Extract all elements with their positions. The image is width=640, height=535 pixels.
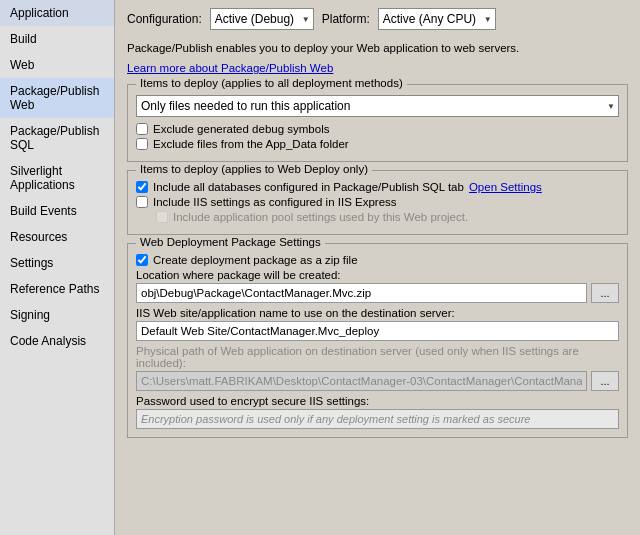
deploy-files-select-wrapper[interactable]: Only files needed to run this applicatio… <box>136 95 619 117</box>
intro-section: Package/Publish enables you to deploy yo… <box>127 40 628 76</box>
deploy-web-title: Items to deploy (applies to Web Deploy o… <box>136 163 372 175</box>
create-zip-label: Create deployment package as a zip file <box>153 254 358 266</box>
package-settings-title: Web Deployment Package Settings <box>136 236 325 248</box>
physical-input[interactable] <box>136 371 587 391</box>
platform-label: Platform: <box>322 12 370 26</box>
configuration-select-wrapper[interactable]: Active (Debug) Debug Release <box>210 8 314 30</box>
open-settings-link[interactable]: Open Settings <box>469 181 542 193</box>
sidebar-item-build[interactable]: Build <box>0 26 114 52</box>
iis-label: IIS Web site/application name to use on … <box>136 307 619 319</box>
sidebar-item-silverlight[interactable]: Silverlight Applications <box>0 158 114 198</box>
sidebar-item-package-publish-web[interactable]: Package/Publish Web <box>0 78 114 118</box>
location-label: Location where package will be created: <box>136 269 619 281</box>
sidebar-item-web[interactable]: Web <box>0 52 114 78</box>
main-content: Configuration: Active (Debug) Debug Rele… <box>115 0 640 535</box>
physical-label: Physical path of Web application on dest… <box>136 345 619 369</box>
exclude-debug-label: Exclude generated debug symbols <box>153 123 329 135</box>
physical-browse-button[interactable]: ... <box>591 371 619 391</box>
include-iis-label: Include IIS settings as configured in II… <box>153 196 397 208</box>
exclude-debug-checkbox[interactable] <box>136 123 148 135</box>
exclude-app-data-checkbox[interactable] <box>136 138 148 150</box>
deploy-files-select[interactable]: Only files needed to run this applicatio… <box>136 95 619 117</box>
location-input[interactable] <box>136 283 587 303</box>
exclude-app-data-row: Exclude files from the App_Data folder <box>136 138 619 150</box>
location-input-row: ... <box>136 283 619 303</box>
sidebar-item-settings[interactable]: Settings <box>0 250 114 276</box>
sidebar-item-code-analysis[interactable]: Code Analysis <box>0 328 114 354</box>
deploy-all-dropdown-row: Only files needed to run this applicatio… <box>136 95 619 117</box>
sidebar-item-signing[interactable]: Signing <box>0 302 114 328</box>
sidebar-item-application[interactable]: Application <box>0 0 114 26</box>
deploy-all-group: Items to deploy (applies to all deployme… <box>127 84 628 162</box>
intro-text: Package/Publish enables you to deploy yo… <box>127 40 628 56</box>
create-zip-row: Create deployment package as a zip file <box>136 254 619 266</box>
sidebar-item-reference-paths[interactable]: Reference Paths <box>0 276 114 302</box>
password-placeholder: Encryption password is used only if any … <box>136 409 619 429</box>
sidebar: Application Build Web Package/Publish We… <box>0 0 115 535</box>
intro-link[interactable]: Learn more about Package/Publish Web <box>127 60 628 76</box>
platform-select[interactable]: Active (Any CPU) Any CPU x86 x64 <box>378 8 496 30</box>
include-iis-row: Include IIS settings as configured in II… <box>136 196 619 208</box>
configuration-label: Configuration: <box>127 12 202 26</box>
top-bar: Configuration: Active (Debug) Debug Rele… <box>127 8 628 30</box>
physical-input-row: ... <box>136 371 619 391</box>
deploy-web-group: Items to deploy (applies to Web Deploy o… <box>127 170 628 235</box>
exclude-app-data-label: Exclude files from the App_Data folder <box>153 138 349 150</box>
location-browse-button[interactable]: ... <box>591 283 619 303</box>
sidebar-item-resources[interactable]: Resources <box>0 224 114 250</box>
include-databases-label: Include all databases configured in Pack… <box>153 181 464 193</box>
deploy-all-title: Items to deploy (applies to all deployme… <box>136 77 407 89</box>
create-zip-checkbox[interactable] <box>136 254 148 266</box>
configuration-select[interactable]: Active (Debug) Debug Release <box>210 8 314 30</box>
exclude-debug-row: Exclude generated debug symbols <box>136 123 619 135</box>
include-pool-checkbox[interactable] <box>156 211 168 223</box>
iis-input[interactable] <box>136 321 619 341</box>
include-databases-checkbox[interactable] <box>136 181 148 193</box>
include-pool-row: Include application pool settings used b… <box>136 211 619 223</box>
password-label: Password used to encrypt secure IIS sett… <box>136 395 619 407</box>
sidebar-item-package-publish-sql[interactable]: Package/Publish SQL <box>0 118 114 158</box>
sidebar-item-build-events[interactable]: Build Events <box>0 198 114 224</box>
include-iis-checkbox[interactable] <box>136 196 148 208</box>
include-databases-row: Include all databases configured in Pack… <box>136 181 619 193</box>
package-settings-group: Web Deployment Package Settings Create d… <box>127 243 628 438</box>
include-pool-label: Include application pool settings used b… <box>173 211 468 223</box>
platform-select-wrapper[interactable]: Active (Any CPU) Any CPU x86 x64 <box>378 8 496 30</box>
